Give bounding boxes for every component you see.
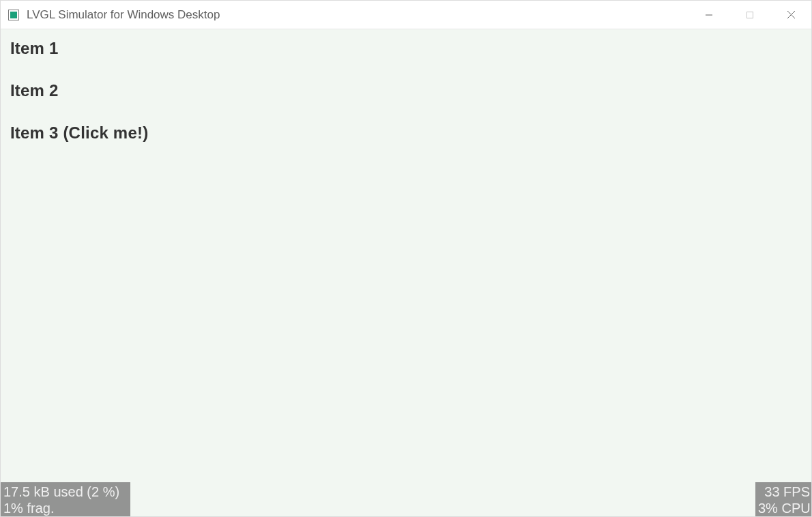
list-item-2[interactable]: Item 2 [10,81,148,100]
titlebar-left: LVGL Simulator for Windows Desktop [1,8,220,22]
minimize-button[interactable] [688,1,729,29]
svg-rect-1 [10,12,17,18]
list-item-1[interactable]: Item 1 [10,39,148,58]
maximize-button [729,1,770,29]
memory-used-label: 17.5 kB used (2 %) [3,484,128,500]
close-button[interactable] [770,1,811,29]
client-area: Item 1 Item 2 Item 3 (Click me!) 17.5 kB… [1,29,811,516]
titlebar[interactable]: LVGL Simulator for Windows Desktop [1,1,811,29]
memory-frag-label: 1% frag. [3,500,128,516]
memory-stats: 17.5 kB used (2 %) 1% frag. [1,482,130,516]
app-window: LVGL Simulator for Windows Desktop Item … [0,0,812,517]
app-icon [8,9,20,21]
cpu-label: 3% CPU [758,500,810,516]
window-title: LVGL Simulator for Windows Desktop [27,8,220,22]
svg-rect-3 [747,12,753,18]
performance-stats: 33 FPS 3% CPU [755,482,811,516]
window-controls [688,1,811,29]
fps-label: 33 FPS [758,484,810,500]
list-item-3[interactable]: Item 3 (Click me!) [10,123,148,143]
item-list: Item 1 Item 2 Item 3 (Click me!) [10,39,148,143]
